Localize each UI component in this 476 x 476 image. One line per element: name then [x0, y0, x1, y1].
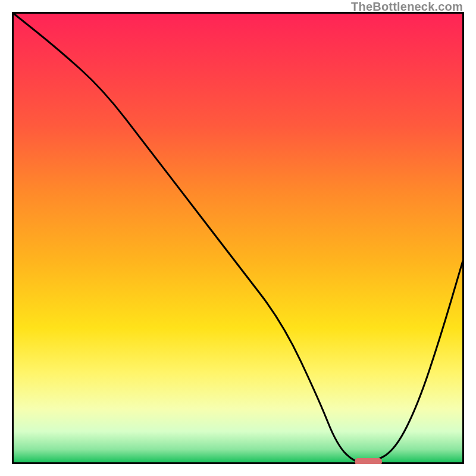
- watermark-text: TheBottleneck.com: [351, 0, 463, 14]
- plot-background: [13, 13, 463, 463]
- optimal-marker: [355, 458, 382, 464]
- chart-container: [12, 12, 464, 464]
- bottleneck-chart: [12, 12, 464, 464]
